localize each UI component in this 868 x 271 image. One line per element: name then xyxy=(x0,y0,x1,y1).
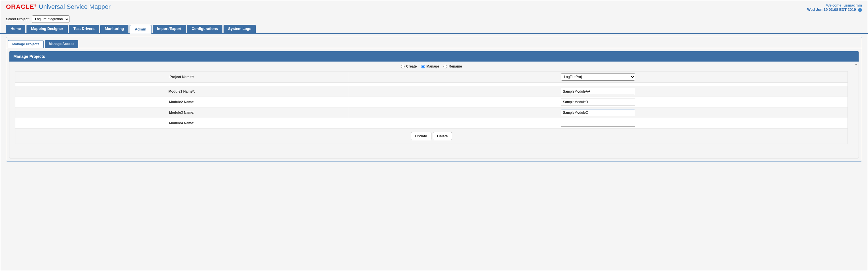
welcome-user: usmadmin xyxy=(843,3,862,7)
radio-create-label[interactable]: Create xyxy=(401,64,417,68)
mode-radio-group: Create Manage Rename xyxy=(9,62,854,71)
module1-label: Module1 Name*: xyxy=(16,86,348,97)
module1-input[interactable] xyxy=(561,88,635,95)
select-project-label: Select Project: xyxy=(6,17,30,21)
tab-mapping-designer[interactable]: Mapping Designer xyxy=(27,25,68,34)
radio-create[interactable] xyxy=(401,65,405,68)
admin-panel: Manage Projects Manage Access Manage Pro… xyxy=(6,37,862,161)
module2-input[interactable] xyxy=(561,99,635,106)
sub-tab-manage-projects[interactable]: Manage Projects xyxy=(8,40,43,48)
welcome-text: Welcome, xyxy=(826,3,843,7)
app-header: ORACLE® Universal Service Mapper xyxy=(6,3,111,10)
project-select[interactable]: LogFireIntegration xyxy=(32,16,69,23)
welcome-block: Welcome, usmadmin Wed Jun 19 03:08 EDT 2… xyxy=(807,3,862,12)
module3-label: Module3 Name: xyxy=(16,108,348,118)
module3-input[interactable] xyxy=(561,109,635,116)
project-name-label: Project Name*: xyxy=(16,71,348,83)
project-name-select[interactable]: LogFireProj xyxy=(561,73,635,81)
tab-system-logs[interactable]: System Logs xyxy=(223,25,256,34)
module4-label: Module4 Name: xyxy=(16,118,348,128)
sub-tab-bar: Manage Projects Manage Access xyxy=(6,37,862,48)
tab-home[interactable]: Home xyxy=(6,25,25,34)
tab-import-export[interactable]: Import/Export xyxy=(153,25,186,34)
tab-test-drivers[interactable]: Test Drivers xyxy=(69,25,99,34)
scroll-up-icon[interactable]: ▲ xyxy=(854,62,858,66)
main-tab-bar: Home Mapping Designer Test Drivers Monit… xyxy=(0,25,868,34)
oracle-logo: ORACLE® xyxy=(6,3,36,10)
module2-label: Module2 Name: xyxy=(16,97,348,108)
tab-monitoring[interactable]: Monitoring xyxy=(100,25,128,34)
info-icon[interactable]: i xyxy=(858,8,862,12)
radio-manage[interactable] xyxy=(421,65,425,68)
delete-button[interactable]: Delete xyxy=(433,132,452,140)
update-button[interactable]: Update xyxy=(411,132,431,140)
module4-input[interactable] xyxy=(561,120,635,126)
radio-rename-label[interactable]: Rename xyxy=(443,64,462,68)
radio-rename[interactable] xyxy=(443,65,447,68)
datetime-text: Wed Jun 19 03:08 EDT 2019 xyxy=(807,7,856,12)
project-form-table: Project Name*: LogFireProj xyxy=(15,71,848,144)
sub-tab-manage-access[interactable]: Manage Access xyxy=(45,40,78,48)
tab-admin[interactable]: Admin xyxy=(130,25,151,34)
panel-heading: Manage Projects xyxy=(9,51,859,62)
radio-manage-label[interactable]: Manage xyxy=(421,64,439,68)
app-title: Universal Service Mapper xyxy=(39,3,111,10)
tab-configurations[interactable]: Configurations xyxy=(187,25,222,34)
